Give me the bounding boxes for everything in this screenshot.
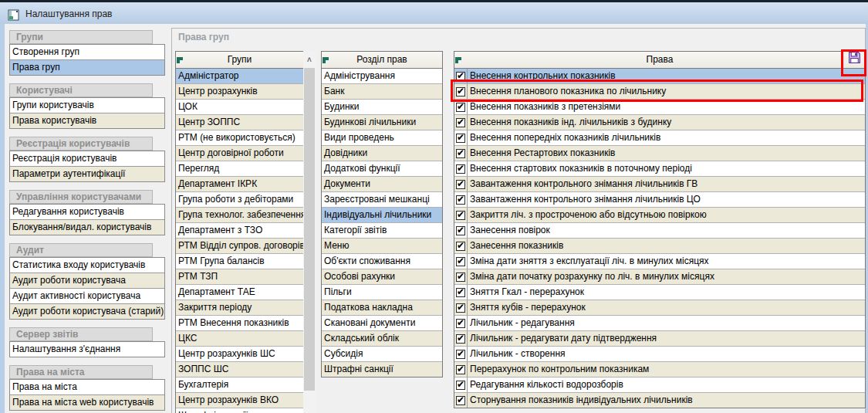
grid-row[interactable]: ✔Внесення контрольних показників	[454, 69, 865, 84]
grid-row[interactable]: Податкова накладна	[322, 300, 442, 316]
grid-row[interactable]: Центр розрахунків	[176, 84, 303, 100]
grid-row[interactable]: Департамент ІКРК	[176, 177, 303, 192]
sidebar-item[interactable]: Реєстрація користувачів	[10, 151, 164, 167]
grid-row[interactable]: Субсидія	[322, 347, 442, 362]
grid-row[interactable]: РТМ Відділ супров. договорів	[176, 239, 303, 254]
grid-row[interactable]: Штрафні санкції	[176, 408, 303, 413]
grid-row[interactable]: Центр ЗОППС	[176, 115, 303, 130]
sidebar-item[interactable]: Параметри аутентифікації	[10, 167, 164, 181]
grid-row[interactable]: ✔Перерахунок по контрольним показникам	[454, 362, 865, 377]
grid-row[interactable]: ✔Внесення Рестартових показників	[454, 146, 865, 161]
grid-row[interactable]: РТМ (не використовується)	[176, 130, 303, 146]
grid-row[interactable]: Група технолог. забезпечення	[176, 208, 303, 223]
grid-row[interactable]: Бухгалтерія	[176, 377, 303, 393]
grid-row[interactable]: ✔Лічильник - редагування	[454, 316, 865, 331]
grid-row[interactable]: ✔Сторнування показників індивідуальних л…	[454, 393, 865, 408]
right-checkbox[interactable]: ✔	[456, 303, 465, 313]
grid-row[interactable]: Банк	[322, 84, 442, 100]
right-checkbox[interactable]: ✔	[456, 134, 465, 143]
grid-row[interactable]: Складський облік	[322, 331, 442, 347]
sidebar-item[interactable]: Права на міста	[10, 380, 164, 395]
right-checkbox[interactable]: ✔	[456, 149, 465, 158]
right-checkbox[interactable]: ✔	[456, 365, 465, 374]
right-checkbox[interactable]: ✔	[456, 396, 465, 405]
grid-row[interactable]: Перегляд	[176, 161, 303, 177]
sidebar-item[interactable]: Аудит активності користувача	[10, 289, 164, 304]
grid-row[interactable]: Закриття періоду	[176, 300, 303, 316]
grid-row[interactable]: Будинки	[322, 100, 442, 115]
sidebar-item[interactable]: Блокування/видал. користувачів	[10, 220, 164, 235]
sidebar-item[interactable]: Групи користувачів	[10, 98, 164, 113]
grid-row[interactable]: Центр договірної роботи	[176, 146, 303, 161]
grid-column-header[interactable]: Права	[454, 52, 865, 69]
grid-row[interactable]: ЦКС	[176, 331, 303, 347]
grid-row[interactable]: Центр розрахунків ШС	[176, 347, 303, 362]
grid-row[interactable]: Департамент ТАЕ	[176, 285, 303, 300]
grid-row[interactable]: Документи	[322, 177, 442, 192]
grid-row[interactable]: ЦОК	[176, 100, 303, 115]
right-checkbox[interactable]: ✔	[456, 118, 465, 127]
sidebar-item[interactable]: Аудит роботи користувача	[10, 273, 164, 289]
grid-row[interactable]: ✔Закриття ліч. з простроченою або відсут…	[454, 208, 865, 223]
scrollbar-thumb[interactable]	[304, 68, 315, 391]
right-checkbox[interactable]: ✔	[456, 211, 465, 220]
grid-row[interactable]: РТМ Група балансів	[176, 254, 303, 269]
window-titlebar[interactable]: Налаштування прав	[0, 0, 868, 24]
grid-row[interactable]: ✔Лічильник - створення	[454, 347, 865, 362]
grid-row[interactable]: Меню	[322, 239, 442, 254]
grid-row[interactable]: Об'єкти споживання	[322, 254, 442, 269]
grid-row[interactable]: ✔Завантаження контрольного знімання лічи…	[454, 177, 865, 192]
grid-row[interactable]: ✔Зняття Гкал - перерахунок	[454, 285, 865, 300]
sidebar-item[interactable]: Статистика входу користувачів	[10, 258, 164, 273]
right-checkbox[interactable]: ✔	[456, 319, 465, 328]
sidebar-item[interactable]: Права на міста web користувачів	[10, 395, 164, 410]
grid-row[interactable]: ✔Зняття кубів - перерахунок	[454, 300, 865, 316]
grid-row[interactable]: ✔Внесення попередніх показників лічильни…	[454, 130, 865, 146]
scroll-up-button[interactable]: ˄	[303, 51, 316, 68]
grid-row[interactable]: Довідники	[322, 146, 442, 161]
grid-row[interactable]: Центр розрахунків ВКО	[176, 393, 303, 408]
sidebar-item[interactable]: Аудит роботи користувача (старий)	[10, 304, 164, 319]
grid-row[interactable]: ✔Завантаження контрольного знімання лічи…	[454, 192, 865, 208]
grid-row[interactable]: Департамент з ТЗО	[176, 223, 303, 239]
grid-row[interactable]: Пільги	[322, 285, 442, 300]
grid-row[interactable]: Особові рахунки	[322, 269, 442, 285]
grid-row[interactable]: Категорії звітів	[322, 223, 442, 239]
grid-row[interactable]: Будинкові лічильники	[322, 115, 442, 130]
grid-row[interactable]: Штрафні санкції	[322, 362, 442, 377]
grid-row[interactable]: ✔Внесення показників з претензіями	[454, 100, 865, 115]
right-checkbox[interactable]: ✔	[456, 164, 465, 174]
grid-row[interactable]: РТМ ТЗП	[176, 269, 303, 285]
right-checkbox[interactable]: ✔	[456, 350, 465, 359]
grid-row[interactable]: ✔Занесення показників	[454, 239, 865, 254]
right-checkbox[interactable]: ✔	[456, 334, 465, 344]
sidebar-item[interactable]: Редагування користувачів	[10, 205, 164, 220]
right-checkbox[interactable]: ✔	[456, 226, 465, 235]
sidebar-item[interactable]: Налаштування з'єднання	[10, 342, 164, 357]
right-checkbox[interactable]: ✔	[456, 288, 465, 297]
right-checkbox[interactable]: ✔	[456, 381, 465, 390]
grid-row[interactable]: ✔Внесення показників інд. лічильників з …	[454, 115, 865, 130]
grid-row[interactable]: ✔Внесення стартових показників в поточно…	[454, 161, 865, 177]
grid-row[interactable]: Індивідуальні лічильники	[322, 208, 442, 223]
grid-row[interactable]: ЗОППС ШС	[176, 362, 303, 377]
right-checkbox[interactable]: ✔	[456, 242, 465, 251]
right-checkbox[interactable]: ✔	[456, 273, 465, 282]
right-checkbox[interactable]: ✔	[456, 72, 465, 81]
grid-row[interactable]: Адміністрування	[322, 69, 442, 84]
right-checkbox[interactable]: ✔	[456, 195, 465, 205]
grid-row[interactable]: Скановані документи	[322, 316, 442, 331]
sidebar-item[interactable]: Права користувачів	[10, 113, 164, 128]
grid-row[interactable]: Додаткові функції	[322, 161, 442, 177]
grid-row[interactable]: ✔Лічильник - редагувати дату підтверджен…	[454, 331, 865, 347]
grid-row[interactable]: ✔Редагування кількості водорозборів	[454, 377, 865, 393]
save-button[interactable]	[846, 52, 862, 67]
grid-row[interactable]: Зареєстровані мешканці	[322, 192, 442, 208]
right-checkbox[interactable]: ✔	[456, 103, 465, 112]
grid-row[interactable]: Адміністратор	[176, 69, 303, 84]
right-checkbox[interactable]: ✔	[456, 87, 465, 96]
grid-row[interactable]: ✔Зміна дати початку розрахунку по ліч. в…	[454, 269, 865, 285]
sidebar-item[interactable]: Права груп	[10, 60, 164, 75]
right-checkbox[interactable]: ✔	[456, 180, 465, 189]
sidebar-item[interactable]: Створення груп	[10, 45, 164, 60]
